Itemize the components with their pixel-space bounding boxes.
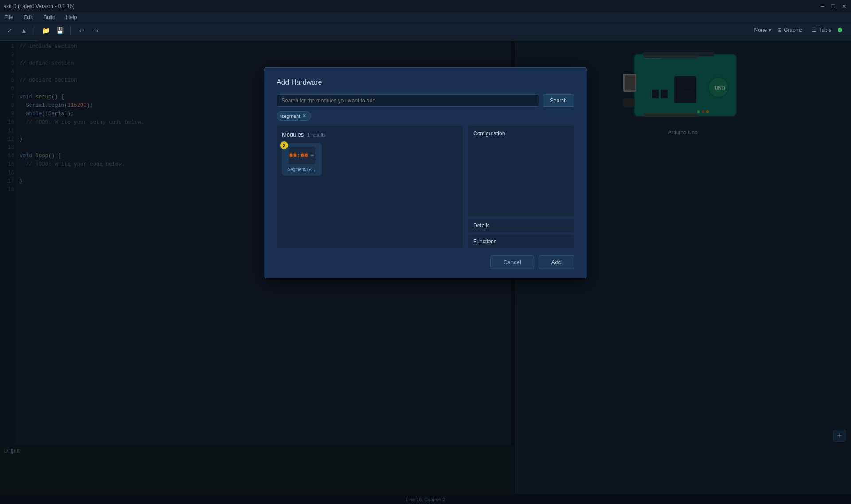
config-panel: Configuration Details Functions	[468, 126, 574, 248]
functions-title: Functions	[473, 238, 569, 245]
dialog-footer: Cancel Add	[277, 255, 574, 269]
module-badge: 2	[279, 141, 289, 150]
tag-row: segment ✕	[277, 111, 574, 121]
status-indicator	[838, 28, 842, 32]
grid-icon: ⊞	[777, 27, 782, 33]
restore-button[interactable]: ❐	[830, 3, 837, 10]
title-bar: skiiiD (Latest Version - 0.1.16) ─ ❐ ✕	[0, 0, 851, 12]
search-button[interactable]: Search	[543, 94, 574, 107]
graphic-label: Graphic	[784, 27, 802, 33]
segment-lines-icon: ≡	[310, 152, 314, 159]
open-button[interactable]: 📁	[40, 25, 51, 36]
dialog-title: Add Hardware	[277, 78, 574, 86]
functions-section: Functions	[468, 235, 574, 248]
view-toggle: None ▾ ⊞ Graphic ☰ Table	[754, 26, 842, 35]
redo-button[interactable]: ↪	[90, 25, 101, 36]
menu-bar: File Edit Build Help	[0, 12, 851, 22]
segment-display-icon: 88:88	[289, 153, 308, 158]
module-card-segment[interactable]: 2 88:88 ≡ Segment364...	[282, 143, 322, 176]
configuration-title: Configuration	[473, 130, 569, 137]
menu-file[interactable]: File	[3, 13, 15, 21]
tag-label: segment	[281, 113, 300, 119]
table-label: Table	[819, 27, 831, 33]
add-button[interactable]: Add	[539, 255, 574, 269]
modules-count: 1 results	[307, 132, 326, 137]
tag-remove-button[interactable]: ✕	[302, 113, 306, 119]
undo-button[interactable]: ↩	[76, 25, 87, 36]
modules-title: Modules	[282, 131, 304, 138]
save-button[interactable]: 💾	[55, 25, 65, 36]
minimize-button[interactable]: ─	[819, 3, 826, 10]
menu-build[interactable]: Build	[42, 13, 57, 21]
details-title: Details	[473, 223, 569, 229]
search-input[interactable]	[277, 94, 539, 107]
title-bar-title: skiiiD (Latest Version - 0.1.16)	[4, 3, 74, 9]
module-icon: 88:88 ≡	[289, 147, 315, 164]
add-hardware-dialog: Add Hardware Search segment ✕ Modules 1 …	[264, 67, 587, 278]
module-name: Segment364...	[287, 167, 316, 172]
table-view-button[interactable]: ☰ Table	[808, 26, 835, 35]
dropdown-arrow-icon: ▾	[769, 27, 771, 33]
details-section: Details	[468, 219, 574, 232]
none-label: None	[754, 27, 767, 33]
title-bar-controls: ─ ❐ ✕	[819, 3, 847, 10]
close-button[interactable]: ✕	[840, 3, 847, 10]
filter-tag: segment ✕	[277, 111, 311, 121]
upload-button[interactable]: ▲	[19, 25, 29, 36]
search-row: Search	[277, 94, 574, 107]
dialog-overlay: Add Hardware Search segment ✕ Modules 1 …	[0, 41, 851, 504]
cancel-button[interactable]: Cancel	[490, 255, 534, 269]
modules-panel: Modules 1 results 2 88:88 ≡ Segment364..…	[277, 126, 463, 248]
graphic-view-button[interactable]: ⊞ Graphic	[774, 26, 806, 35]
toolbar-sep-2	[70, 26, 71, 35]
toolbar: ✓ ▲ 📁 💾 ↩ ↪	[0, 22, 851, 39]
check-button[interactable]: ✓	[4, 25, 15, 36]
toolbar-sep-1	[35, 26, 35, 35]
dialog-body: Modules 1 results 2 88:88 ≡ Segment364..…	[277, 126, 574, 248]
table-icon: ☰	[812, 27, 817, 33]
menu-edit[interactable]: Edit	[22, 13, 35, 21]
none-dropdown[interactable]: None ▾	[754, 27, 772, 33]
menu-help[interactable]: Help	[64, 13, 79, 21]
modules-header: Modules 1 results	[282, 131, 457, 138]
configuration-section: Configuration	[468, 126, 574, 216]
configuration-body	[473, 137, 569, 212]
